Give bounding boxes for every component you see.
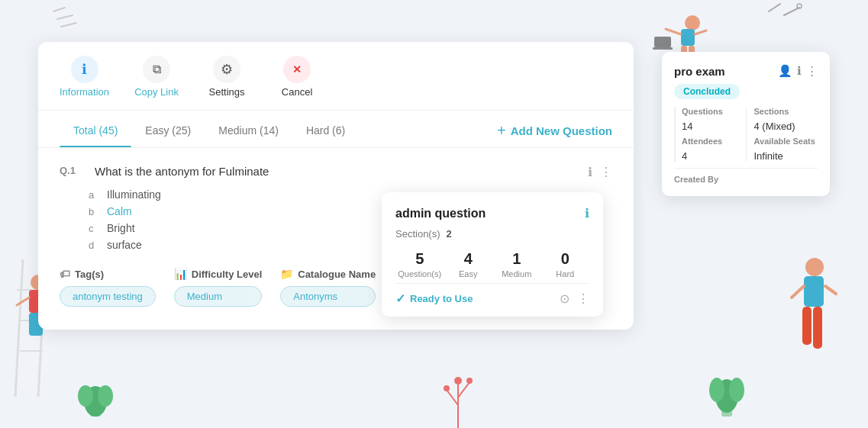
pro-more-icon[interactable]: ⋮ (806, 64, 818, 78)
toolbar: ℹ Information ⧉ Copy Link ⚙ Settings ✕ C… (38, 42, 634, 111)
pro-stats: Questions 14 Attendees 4 Sections 4 (Mix… (674, 107, 818, 162)
tab-total[interactable]: Total (45) (60, 114, 131, 147)
sections-value: 4 (Mixed) (754, 121, 818, 132)
admin-info-icon[interactable]: ℹ (585, 206, 589, 220)
section-value: 2 (447, 228, 452, 240)
svg-line-33 (458, 382, 469, 397)
option-a-text: Illuminating (107, 188, 161, 201)
information-label: Information (60, 86, 109, 98)
stat-hard: 0 Hard (541, 250, 590, 278)
admin-question-card: admin question ℹ Section(s) 2 5 Question… (382, 192, 603, 317)
admin-section-row: Section(s) 2 (395, 228, 589, 240)
svg-point-42 (797, 4, 802, 8)
settings-icon: ⚙ (213, 56, 240, 83)
user-icon[interactable]: 👤 (778, 64, 792, 78)
seats-label: Available Seats (754, 137, 818, 146)
concluded-badge: Concluded (674, 84, 740, 99)
admin-footer-actions: ⊙ ⋮ (560, 291, 589, 306)
stat-easy-num: 4 (464, 250, 473, 268)
stat-questions-num: 5 (415, 250, 424, 268)
svg-point-25 (78, 385, 93, 407)
svg-point-17 (805, 258, 824, 276)
cancel-label: Cancel (282, 86, 312, 98)
attendees-value: 4 (682, 150, 746, 162)
coral-plant (435, 336, 481, 428)
cancel-icon: ✕ (283, 56, 311, 83)
svg-line-22 (825, 286, 836, 294)
created-by: Created By (674, 168, 818, 184)
svg-line-39 (61, 23, 76, 27)
tab-medium[interactable]: Medium (14) (205, 114, 292, 147)
stat-medium: 1 Medium (492, 250, 541, 278)
svg-point-30 (729, 378, 744, 402)
info-icon: ℹ (71, 56, 98, 83)
toolbar-settings[interactable]: ⚙ Settings (204, 56, 250, 98)
plant-left (76, 359, 115, 420)
ready-label: Ready to Use (410, 293, 473, 304)
admin-stats-row: 5 Question(s) 4 Easy 1 Medium 0 Hard (395, 250, 589, 278)
svg-point-28 (715, 379, 738, 413)
svg-rect-27 (721, 397, 732, 417)
section-label: Section(s) (395, 228, 440, 240)
difficulty-value[interactable]: Medium (174, 286, 262, 307)
pro-stat-right: Sections 4 (Mixed) Available Seats Infin… (746, 107, 818, 162)
svg-point-26 (98, 385, 113, 407)
svg-line-40 (769, 4, 780, 11)
option-d-text: surface (107, 239, 142, 251)
toolbar-cancel[interactable]: ✕ Cancel (274, 56, 320, 98)
admin-title: admin question (395, 207, 486, 220)
difficulty-icon: 📊 (174, 268, 187, 280)
pro-info-icon[interactable]: ℹ (797, 64, 802, 78)
svg-line-8 (17, 298, 29, 305)
svg-point-36 (466, 378, 473, 384)
option-b-letter: b (89, 206, 99, 217)
doodle-top-right (761, 0, 807, 31)
stat-questions: 5 Question(s) (395, 250, 444, 278)
questions-label: Questions (682, 107, 746, 116)
option-a-letter: a (89, 189, 99, 201)
toolbar-information[interactable]: ℹ Information (60, 56, 109, 98)
svg-point-24 (84, 386, 107, 417)
pro-exam-card: pro exam 👤 ℹ ⋮ Concluded Questions 14 At… (662, 52, 830, 196)
question-header: Q.1 What is the antonym for Fulminate ℹ … (60, 165, 612, 179)
option-c-text: Bright (107, 222, 135, 234)
question-info-icon[interactable]: ℹ (588, 165, 592, 179)
admin-settings-icon[interactable]: ⊙ (560, 291, 570, 306)
svg-rect-15 (654, 37, 671, 47)
admin-header: admin question ℹ (395, 206, 589, 220)
plus-icon: + (497, 122, 506, 140)
stat-medium-label: Medium (502, 269, 531, 278)
stat-questions-label: Question(s) (398, 269, 441, 278)
admin-more-icon[interactable]: ⋮ (577, 291, 589, 306)
tab-easy[interactable]: Easy (25) (131, 114, 205, 147)
svg-rect-19 (802, 307, 812, 345)
pro-exam-title: pro exam (674, 65, 725, 78)
catalogue-label: 📁 Catalogue Name (280, 268, 376, 280)
toolbar-copy-link[interactable]: ⧉ Copy Link (134, 56, 179, 98)
svg-rect-16 (653, 47, 673, 50)
settings-label: Settings (209, 86, 245, 98)
copy-link-label: Copy Link (134, 86, 179, 98)
tab-hard[interactable]: Hard (6) (292, 114, 359, 147)
pro-exam-header: pro exam 👤 ℹ ⋮ (674, 64, 818, 78)
tag-icon: 🏷 (60, 268, 70, 280)
ready-badge: ✓ Ready to Use (395, 291, 473, 306)
walking-person-figure (784, 252, 845, 412)
svg-point-29 (709, 378, 724, 402)
svg-line-21 (792, 286, 804, 298)
meta-tags: 🏷 Tag(s) antonym testing (60, 268, 156, 307)
catalogue-icon: 📁 (280, 268, 293, 280)
sections-label: Sections (754, 107, 818, 116)
catalogue-value[interactable]: Antonyms (280, 286, 376, 307)
question-text: What is the antonym for Fulminate (95, 165, 269, 178)
difficulty-label: 📊 Difficulty Level (174, 268, 262, 280)
add-question-button[interactable]: + Add New Question (497, 122, 612, 140)
meta-difficulty: 📊 Difficulty Level Medium (174, 268, 262, 307)
tags-value[interactable]: antonym testing (60, 286, 156, 307)
question-more-icon[interactable]: ⋮ (600, 165, 612, 179)
pro-exam-actions: 👤 ℹ ⋮ (778, 64, 818, 78)
svg-point-9 (685, 15, 700, 31)
svg-line-32 (447, 390, 458, 405)
option-c-letter: c (89, 223, 99, 234)
stat-hard-label: Hard (556, 269, 574, 278)
